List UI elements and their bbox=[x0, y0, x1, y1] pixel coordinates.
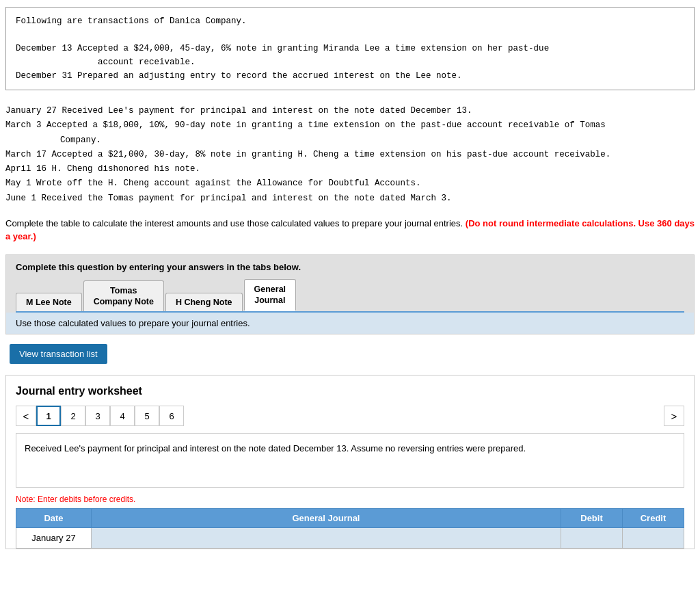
page-1-button[interactable]: 1 bbox=[36, 406, 61, 426]
view-transaction-list-button[interactable]: View transaction list bbox=[10, 344, 107, 364]
transaction-box: Following are transactions of Danica Com… bbox=[5, 7, 695, 90]
main-line-2: March 3 Accepted a $18,000, 10%, 90-day … bbox=[5, 118, 695, 133]
col-header-debit: Debit bbox=[561, 509, 623, 528]
main-line-4: March 17 Accepted a $21,000, 30-day, 8% … bbox=[5, 148, 695, 162]
tab-tomas-company-note[interactable]: Tomas Company Note bbox=[83, 280, 164, 312]
date-cell-jan27: January 27 bbox=[16, 528, 92, 549]
transaction-line-2: account receivable. bbox=[16, 55, 684, 69]
note-text: Note: Enter debits before credits. bbox=[16, 495, 684, 504]
tabs-header-bg: Complete this question by entering your … bbox=[6, 255, 694, 313]
main-line-1: January 27 Received Lee's payment for pr… bbox=[5, 104, 695, 118]
col-header-credit: Credit bbox=[623, 509, 684, 528]
page-nav: < 1 2 3 4 5 6 > bbox=[16, 406, 684, 426]
next-page-button[interactable]: > bbox=[664, 406, 684, 426]
left-arrow-icon: < bbox=[23, 410, 29, 422]
debit-cell-jan27[interactable] bbox=[561, 528, 623, 549]
tab-h-cheng-note[interactable]: H Cheng Note bbox=[165, 293, 243, 311]
page-6-button[interactable]: 6 bbox=[159, 406, 184, 426]
description-box: Received Lee's payment for principal and… bbox=[16, 433, 684, 488]
tab-content-text: Use those calculated values to prepare y… bbox=[16, 318, 250, 328]
tabs-container: Complete this question by entering your … bbox=[5, 254, 695, 335]
journal-input-jan27[interactable] bbox=[98, 533, 554, 543]
transaction-line-1: December 13 Accepted a $24,000, 45-day, … bbox=[16, 42, 684, 55]
journal-table: Date General Journal Debit Credit Januar… bbox=[16, 508, 684, 549]
tabs-row: M Lee Note Tomas Company Note H Cheng No… bbox=[16, 279, 684, 313]
journal-worksheet: Journal entry worksheet < 1 2 3 4 5 6 > … bbox=[5, 375, 695, 549]
table-row: January 27 bbox=[16, 528, 684, 549]
transaction-intro: Following are transactions of Danica Com… bbox=[16, 14, 684, 28]
page-3-button[interactable]: 3 bbox=[85, 406, 110, 426]
tabs-instruction: Complete this question by entering your … bbox=[16, 262, 684, 272]
col-header-general-journal: General Journal bbox=[92, 509, 561, 528]
instruction-main: Complete the table to calculate the inte… bbox=[5, 218, 463, 228]
credit-cell-jan27[interactable] bbox=[623, 528, 684, 549]
credit-input-jan27[interactable] bbox=[630, 533, 677, 543]
page-5-button[interactable]: 5 bbox=[135, 406, 159, 426]
debit-input-jan27[interactable] bbox=[568, 533, 615, 543]
page-wrapper: Following are transactions of Danica Com… bbox=[0, 7, 700, 593]
prev-page-button[interactable]: < bbox=[16, 406, 36, 426]
instruction-area: Complete the table to calculate the inte… bbox=[0, 213, 700, 250]
tab-content-area: Use those calculated values to prepare y… bbox=[6, 313, 694, 334]
col-header-date: Date bbox=[16, 509, 92, 528]
main-line-6: May 1 Wrote off the H. Cheng account aga… bbox=[5, 176, 695, 191]
main-line-3: Company. bbox=[5, 133, 695, 148]
main-text-area: January 27 Received Lee's payment for pr… bbox=[0, 97, 700, 213]
main-line-7: June 1 Received the Tomas payment for pr… bbox=[5, 192, 695, 206]
page-2-button[interactable]: 2 bbox=[61, 406, 85, 426]
tab-general-journal[interactable]: General Journal bbox=[244, 279, 297, 312]
page-4-button[interactable]: 4 bbox=[110, 406, 135, 426]
tab-m-lee-note[interactable]: M Lee Note bbox=[16, 293, 82, 311]
journal-cell-jan27[interactable] bbox=[92, 528, 561, 549]
right-arrow-icon: > bbox=[671, 410, 677, 422]
transaction-line-3: December 31 Prepared an adjusting entry … bbox=[16, 69, 684, 83]
description-text: Received Lee's payment for principal and… bbox=[25, 443, 526, 453]
main-line-5: April 16 H. Cheng dishonored his note. bbox=[5, 162, 695, 176]
worksheet-title: Journal entry worksheet bbox=[16, 385, 684, 397]
